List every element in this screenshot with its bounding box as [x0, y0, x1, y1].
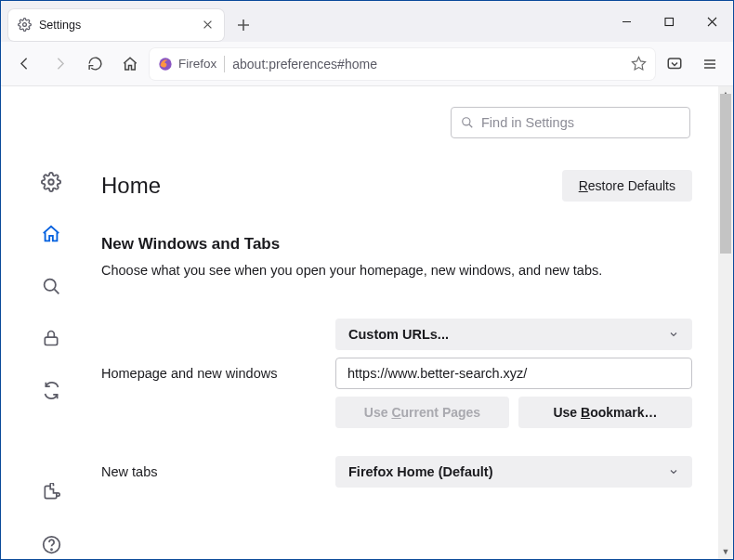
urlbar-url: about:preferences#home — [232, 57, 623, 72]
svg-point-4 — [48, 179, 54, 185]
search-input[interactable] — [451, 107, 690, 138]
scrollbar-thumb[interactable] — [720, 94, 731, 254]
urlbar-identity[interactable]: Firefox — [158, 57, 216, 72]
settings-main: Home Restore Defaults New Windows and Ta… — [101, 86, 718, 559]
svg-point-8 — [50, 549, 51, 550]
pocket-button[interactable] — [659, 48, 690, 80]
maximize-button[interactable] — [648, 1, 690, 42]
window-close-button[interactable] — [690, 1, 733, 42]
svg-rect-3 — [668, 59, 681, 69]
section-title: New Windows and Tabs — [101, 235, 692, 254]
extension-icon[interactable] — [41, 482, 61, 502]
section-desc: Choose what you see when you open your h… — [101, 261, 692, 281]
newtabs-select[interactable]: Firefox Home (Default) — [335, 456, 692, 488]
use-current-pages-button[interactable]: Use Current Pages — [335, 397, 509, 428]
gear-icon[interactable] — [41, 172, 61, 192]
back-button[interactable] — [8, 48, 40, 80]
urlbar-identity-text: Firefox — [178, 57, 216, 71]
scrollbar[interactable]: ▲ ▼ — [718, 86, 733, 559]
use-bookmark-button[interactable]: Use Bookmark… — [518, 397, 692, 428]
browser-tab[interactable]: Settings — [8, 9, 224, 41]
svg-point-5 — [44, 279, 55, 290]
forward-button[interactable] — [44, 48, 75, 80]
gear-icon — [18, 18, 32, 32]
settings-sidebar — [1, 86, 101, 559]
svg-point-0 — [23, 23, 27, 27]
minimize-button[interactable] — [605, 1, 648, 42]
reload-button[interactable] — [79, 48, 111, 80]
navbar: Firefox about:preferences#home — [1, 42, 733, 86]
page-title: Home — [101, 173, 161, 199]
homepage-select-label: Custom URLs... — [348, 327, 449, 342]
homepage-url-input[interactable] — [335, 358, 692, 389]
homepage-select[interactable]: Custom URLs... — [335, 319, 692, 350]
firefox-icon — [158, 57, 173, 72]
titlebar: Settings — [1, 1, 733, 42]
home-icon[interactable] — [41, 224, 61, 244]
lock-icon[interactable] — [41, 328, 61, 348]
close-icon[interactable] — [201, 18, 215, 32]
tab-title: Settings — [39, 19, 193, 32]
chevron-down-icon — [668, 466, 679, 477]
home-button[interactable] — [114, 48, 146, 80]
search-field[interactable] — [481, 115, 680, 130]
svg-point-9 — [463, 118, 470, 125]
restore-defaults-button[interactable]: Restore Defaults — [562, 170, 692, 202]
newtabs-label: New tabs — [101, 464, 335, 479]
newtab-button[interactable] — [229, 11, 257, 39]
urlbar-separator — [224, 56, 225, 72]
search-icon[interactable] — [41, 276, 61, 296]
chevron-down-icon — [668, 329, 679, 340]
svg-rect-6 — [45, 337, 57, 345]
svg-rect-1 — [665, 18, 674, 25]
search-icon — [461, 116, 474, 129]
appmenu-button[interactable] — [694, 48, 726, 80]
scroll-down-icon[interactable]: ▼ — [718, 544, 733, 559]
homepage-label: Homepage and new windows — [101, 366, 335, 381]
urlbar[interactable]: Firefox about:preferences#home — [150, 48, 655, 80]
newtabs-select-label: Firefox Home (Default) — [348, 464, 493, 479]
help-icon[interactable] — [41, 534, 61, 554]
sync-icon[interactable] — [41, 380, 61, 400]
bookmark-star-icon[interactable] — [631, 56, 647, 72]
